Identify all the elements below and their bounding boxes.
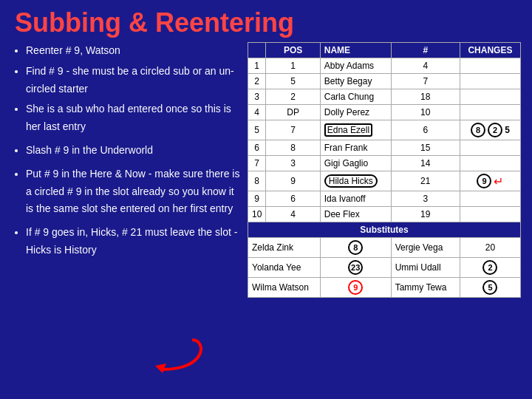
row-name: Dolly Perez [320,105,391,120]
lineup-table-panel: POS NAME # CHANGES 1 1 Abby Adams 4 2 5 … [248,42,521,298]
row-num: 10 [248,207,266,222]
row-pos: 1 [266,58,320,74]
row-changes [460,207,520,222]
row-pos: 7 [266,120,320,140]
sub-jersey-1: 8 [320,238,391,258]
bullet-1: Reenter # 9, Watson [26,42,240,60]
col-changes: CHANGES [460,43,520,58]
row-num: 6 [248,140,266,156]
sub-row: Wilma Watson 9 Tammy Tewa 5 [248,278,521,298]
row-pos: 8 [266,140,320,156]
row-pos: 3 [266,156,320,171]
row-pos: 6 [266,191,320,207]
table-row: 1 1 Abby Adams 4 [248,58,521,74]
row-name: Betty Begay [320,74,391,89]
row-jersey: 7 [391,74,460,89]
row-pos: 9 [266,171,320,191]
sub-name-1: Wilma Watson [248,278,321,298]
row-name: Dee Flex [320,207,391,222]
sub-jersey-2: 20 [460,238,520,258]
row-changes [460,89,520,105]
row-changes [460,191,520,207]
table-row: 3 2 Carla Chung 18 [248,89,521,105]
red-curved-arrow [148,332,207,377]
bullet-3: She is a sub who had entered once so thi… [26,100,240,136]
row-num: 1 [248,58,266,74]
row-changes [460,156,520,171]
row-jersey: 21 [391,171,460,191]
row-changes [460,140,520,156]
sub-jersey-2: 5 [460,278,520,298]
sub-name-1: Yolanda Yee [248,258,321,278]
col-name: NAME [320,43,391,58]
row-jersey: 3 [391,191,460,207]
row-jersey: 18 [391,89,460,105]
bullet-6: If # 9 goes in, Hicks, # 21 must leave t… [26,224,240,259]
sub-jersey-2: 2 [460,258,520,278]
sub-row: Zelda Zink 8 Vergie Vega 20 [248,238,521,258]
table-row: 4 DP Dolly Perez 10 [248,105,521,120]
row-pos: 4 [266,207,320,222]
row-num: 3 [248,89,266,105]
row-num: 2 [248,74,266,89]
table-row: 8 9 Hilda Hicks 21 9↵ [248,171,521,191]
row-changes [460,58,520,74]
row-name: Ida Ivanoff [320,191,391,207]
table-row: 7 3 Gigi Gaglio 14 [248,156,521,171]
sub-name-2: Vergie Vega [391,238,460,258]
row-jersey: 15 [391,140,460,156]
row-num: 7 [248,156,266,171]
sub-jersey-1: 23 [320,258,391,278]
col-num [248,43,266,58]
row-pos: 5 [266,74,320,89]
row-name: Edna Ezell [320,120,391,140]
sub-jersey-1: 9 [320,278,391,298]
sub-name-1: Zelda Zink [248,238,321,258]
col-jersey: # [391,43,460,58]
sub-name-2: Tammy Tewa [391,278,460,298]
bullet-list: Reenter # 9, Watson Find # 9 - she must … [11,42,240,298]
substitutes-label: Substitutes [248,222,521,238]
row-name: Carla Chung [320,89,391,105]
row-num: 4 [248,105,266,120]
row-jersey: 14 [391,156,460,171]
substitutes-header: Substitutes [248,222,521,238]
row-changes: 825 [460,120,520,140]
table-row: 9 6 Ida Ivanoff 3 [248,191,521,207]
col-pos: POS [266,43,320,58]
row-name: Hilda Hicks [320,171,391,191]
sub-row: Yolanda Yee 23 Ummi Udall 2 [248,258,521,278]
row-jersey: 10 [391,105,460,120]
table-row: 5 7 Edna Ezell 6 825 [248,120,521,140]
row-jersey: 19 [391,207,460,222]
row-changes [460,74,520,89]
bullet-4: Slash # 9 in the Underworld [26,142,240,160]
bullet-5: Put # 9 in the Here & Now - make sure th… [26,166,240,218]
lineup-table: POS NAME # CHANGES 1 1 Abby Adams 4 2 5 … [248,42,521,298]
row-num: 5 [248,120,266,140]
row-name: Gigi Gaglio [320,156,391,171]
row-jersey: 6 [391,120,460,140]
row-jersey: 4 [391,58,460,74]
table-row: 6 8 Fran Frank 15 [248,140,521,156]
row-name: Fran Frank [320,140,391,156]
row-pos: 2 [266,89,320,105]
row-num: 9 [248,191,266,207]
table-row: 10 4 Dee Flex 19 [248,207,521,222]
row-changes: 9↵ [460,171,520,191]
bullet-2: Find # 9 - she must be a circled sub or … [26,63,240,98]
row-num: 8 [248,171,266,191]
row-changes [460,105,520,120]
table-row: 2 5 Betty Begay 7 [248,74,521,89]
row-name: Abby Adams [320,58,391,74]
page-title: Subbing & Reentering [0,0,532,42]
sub-name-2: Ummi Udall [391,258,460,278]
row-pos: DP [266,105,320,120]
